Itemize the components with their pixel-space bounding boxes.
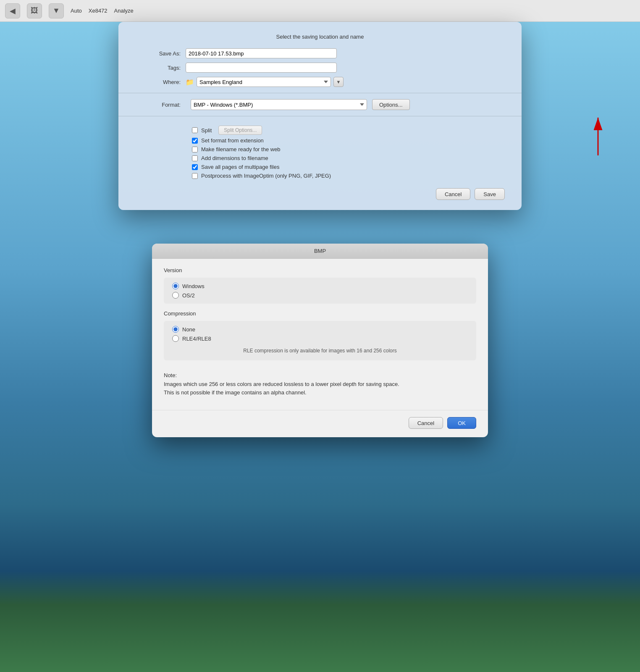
toolbar-image-icon[interactable]: 🖼	[27, 3, 42, 18]
compression-radio-group: None RLE4/RLE8 RLE compression is only a…	[164, 321, 476, 360]
save-as-input[interactable]	[186, 48, 337, 58]
divider-1	[118, 93, 522, 93]
split-label: Split	[201, 127, 212, 134]
dialog-footer: Cancel Save	[118, 185, 522, 200]
rle-note: RLE compression is only available for im…	[172, 344, 468, 355]
save-dialog: Select the saving location and name Save…	[118, 22, 522, 210]
version-label: Version	[164, 267, 476, 273]
web-ready-checkbox[interactable]	[192, 147, 198, 152]
set-format-row: Set format from extension	[192, 137, 505, 144]
toolbar-auto-label: Auto	[71, 8, 82, 14]
split-row: Split Split Options...	[192, 126, 505, 135]
set-format-label: Set format from extension	[201, 137, 264, 144]
set-format-checkbox[interactable]	[192, 138, 198, 144]
postprocess-row: Postprocess with ImageOptim (only PNG, G…	[192, 173, 505, 179]
postprocess-label: Postprocess with ImageOptim (only PNG, G…	[201, 173, 331, 179]
windows-radio-label: Windows	[182, 283, 205, 289]
bmp-ok-button[interactable]: OK	[447, 417, 476, 429]
save-as-label: Save As:	[135, 50, 186, 57]
split-checkbox[interactable]	[192, 127, 198, 133]
os2-radio-row: OS/2	[172, 292, 468, 299]
toolbar: ◀ 🖼 ▼ Auto Xe8472 Analyze	[0, 0, 640, 22]
dimensions-checkbox[interactable]	[192, 155, 198, 161]
postprocess-checkbox[interactable]	[192, 173, 198, 179]
tags-label: Tags:	[135, 65, 186, 71]
folder-icon: 📁	[186, 78, 194, 86]
none-radio-row: None	[172, 326, 468, 333]
format-label: Format:	[135, 102, 186, 108]
none-radio[interactable]	[172, 326, 179, 333]
options-button[interactable]: Options...	[372, 99, 410, 110]
note-title: Note:	[164, 372, 476, 378]
dimensions-label: Add dimensions to filename	[201, 155, 268, 161]
save-all-label: Save all pages of multipage files	[201, 164, 279, 170]
note-text: Images which use 256 or less colors are …	[164, 380, 476, 396]
expand-button[interactable]: ▼	[333, 77, 344, 87]
bmp-dialog: BMP Version Windows OS/2 Compression Non…	[152, 244, 488, 437]
bmp-titlebar: BMP	[152, 244, 488, 259]
where-label: Where:	[135, 79, 186, 85]
where-row: Where: 📁 Samples England ▼	[118, 77, 522, 87]
compression-label: Compression	[164, 310, 476, 317]
format-select[interactable]: BMP - Windows (*.BMP)	[191, 99, 367, 110]
os2-radio[interactable]	[172, 292, 179, 299]
version-radio-group: Windows OS/2	[164, 278, 476, 304]
windows-radio[interactable]	[172, 283, 179, 289]
toolbar-analyze-label: Analyze	[114, 8, 134, 14]
divider-2	[118, 116, 522, 116]
note-section: Note: Images which use 256 or less color…	[164, 367, 476, 402]
save-all-row: Save all pages of multipage files	[192, 164, 505, 170]
dialog-title: Select the saving location and name	[118, 34, 522, 40]
toolbar-back-icon[interactable]: ◀	[5, 3, 20, 18]
tags-input[interactable]	[186, 63, 337, 73]
rle-radio-label: RLE4/RLE8	[182, 336, 211, 342]
none-radio-label: None	[182, 326, 195, 333]
dimensions-row: Add dimensions to filename	[192, 155, 505, 161]
save-all-checkbox[interactable]	[192, 164, 198, 170]
bmp-footer: Cancel OK	[152, 410, 488, 437]
format-row: Format: BMP - Windows (*.BMP) Options...	[118, 99, 522, 110]
toolbar-xe-label: Xe8472	[89, 8, 108, 14]
tags-row: Tags:	[118, 63, 522, 73]
save-button[interactable]: Save	[475, 188, 505, 200]
where-select[interactable]: Samples England	[197, 77, 331, 87]
toolbar-down-icon[interactable]: ▼	[49, 3, 64, 18]
bmp-cancel-button[interactable]: Cancel	[409, 417, 443, 429]
bmp-content: Version Windows OS/2 Compression None RL…	[152, 259, 488, 410]
split-options-button[interactable]: Split Options...	[218, 126, 262, 135]
rle-radio-row: RLE4/RLE8	[172, 335, 468, 342]
web-ready-row: Make filename ready for the web	[192, 146, 505, 152]
os2-radio-label: OS/2	[182, 292, 195, 299]
checkboxes-area: Split Split Options... Set format from e…	[118, 122, 522, 185]
windows-radio-row: Windows	[172, 283, 468, 289]
cancel-button[interactable]: Cancel	[436, 188, 470, 200]
web-ready-label: Make filename ready for the web	[201, 146, 281, 152]
rle-radio[interactable]	[172, 335, 179, 342]
where-container: 📁 Samples England ▼	[186, 77, 354, 87]
save-as-row: Save As:	[118, 48, 522, 58]
